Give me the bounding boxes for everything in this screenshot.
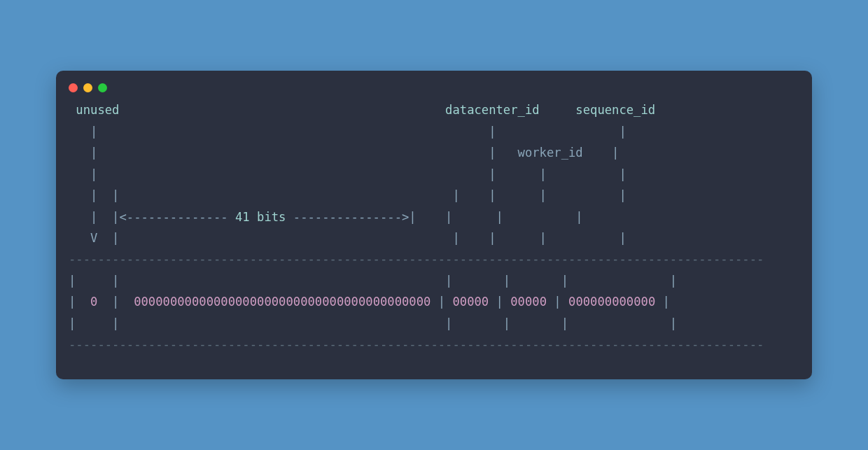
field-worker-bits: 00000 xyxy=(510,295,547,309)
diagram-line: | | | | | | xyxy=(69,188,626,202)
diagram-box-row: | | | | | | xyxy=(69,274,677,288)
window-titlebar xyxy=(56,83,812,99)
label-unused: unused datacenter_id sequence_id xyxy=(69,103,655,117)
field-datacenter-bits: 00000 xyxy=(452,295,489,309)
diagram-hr: ----------------------------------------… xyxy=(69,252,764,266)
diagram-hr: ----------------------------------------… xyxy=(69,337,764,351)
diagram-line: | | | xyxy=(69,125,626,139)
snowflake-id-diagram: unused datacenter_id sequence_id | | | | xyxy=(56,99,812,355)
diagram-box-row: | 0 | 0000000000000000000000000000000000… xyxy=(69,295,670,309)
field-timestamp-bits: 0000000000000000000000000000000000000000… xyxy=(134,295,430,309)
window-zoom-icon[interactable] xyxy=(98,83,107,92)
window-minimize-icon[interactable] xyxy=(83,83,92,92)
field-unused-bits: 0 xyxy=(90,295,97,309)
diagram-line: | | worker_id | xyxy=(69,146,619,160)
diagram-line: | | | | xyxy=(69,167,626,181)
bits-annotation: 41 bits xyxy=(235,210,286,224)
terminal-window: unused datacenter_id sequence_id | | | | xyxy=(56,71,812,379)
diagram-box-row: | | | | | | xyxy=(69,316,677,330)
field-sequence-bits: 000000000000 xyxy=(568,295,655,309)
diagram-line: V | | | | | xyxy=(69,231,626,245)
window-close-icon[interactable] xyxy=(69,83,78,92)
diagram-line: | |<-------------- 41 bits -------------… xyxy=(69,210,583,224)
